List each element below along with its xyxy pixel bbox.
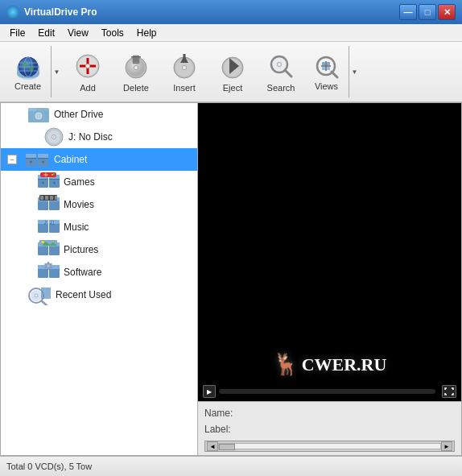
- svg-rect-30: [184, 54, 186, 59]
- tree-item-pictures[interactable]: Pictures: [1, 238, 197, 261]
- cabinet-expand[interactable]: −: [7, 155, 17, 164]
- maximize-button[interactable]: □: [419, 4, 436, 20]
- add-button[interactable]: Add: [64, 46, 111, 97]
- tree-label-j-no-disc: J: No Disc: [68, 131, 113, 143]
- create-main[interactable]: Create: [7, 46, 48, 97]
- svg-point-71: [42, 182, 44, 184]
- fullscreen-button[interactable]: [442, 385, 456, 398]
- svg-rect-122: [41, 288, 51, 291]
- name-label: Name:: [204, 408, 245, 419]
- svg-point-14: [86, 64, 89, 68]
- eject-icon: [218, 52, 247, 81]
- tree-item-cabinet[interactable]: − Cabinet: [1, 148, 197, 171]
- games-icon: [36, 172, 60, 192]
- pictures-icon: [36, 239, 60, 260]
- tree-item-movies[interactable]: Movies: [1, 193, 197, 216]
- info-panel: Name: Label: ◄ ►: [198, 401, 461, 455]
- info-scrollbar[interactable]: ◄ ►: [204, 441, 455, 452]
- menu-edit[interactable]: Edit: [31, 26, 61, 40]
- create-button[interactable]: Create ▼: [6, 46, 63, 97]
- tree-label-movies: Movies: [64, 199, 94, 210]
- svg-rect-48: [327, 67, 330, 70]
- svg-point-54: [38, 115, 39, 117]
- progress-bar[interactable]: [219, 389, 435, 394]
- svg-point-81: [53, 173, 55, 175]
- menu-file[interactable]: File: [3, 26, 31, 40]
- tree-item-recent-used[interactable]: Recent Used: [1, 284, 197, 306]
- add-label: Add: [80, 83, 96, 93]
- movies-icon: [36, 194, 60, 215]
- preview-watermark: 🦌 CWER.RU: [273, 352, 387, 377]
- tree-label-pictures: Pictures: [64, 244, 98, 255]
- views-button[interactable]: Views ▼: [306, 46, 361, 97]
- close-button[interactable]: ✕: [438, 4, 456, 20]
- svg-rect-65: [38, 154, 48, 158]
- create-dropdown-arrow[interactable]: ▼: [51, 46, 62, 97]
- svg-rect-79: [46, 173, 47, 177]
- tree-panel[interactable]: Other Drive J: No Disc −: [1, 103, 198, 455]
- svg-text:♫: ♫: [49, 217, 56, 226]
- play-button[interactable]: ▶: [203, 385, 216, 398]
- tree-label-other-drive: Other Drive: [54, 109, 103, 120]
- svg-point-111: [47, 268, 49, 270]
- views-main[interactable]: Views: [307, 46, 346, 97]
- svg-point-59: [53, 136, 55, 138]
- svg-line-120: [42, 301, 48, 306]
- main-content: Other Drive J: No Disc −: [0, 102, 462, 456]
- svg-point-28: [183, 66, 186, 69]
- tree-item-music[interactable]: ♪ ♫ Music: [1, 216, 197, 238]
- tree-item-games[interactable]: Games: [1, 171, 197, 193]
- svg-point-114: [44, 267, 46, 268]
- svg-point-67: [42, 161, 44, 163]
- tree-item-software[interactable]: Software: [1, 261, 197, 284]
- svg-rect-46: [327, 62, 330, 65]
- toolbar: Create ▼ Add: [0, 42, 462, 102]
- insert-button[interactable]: Insert: [161, 46, 208, 97]
- right-panel: 🦌 CWER.RU ▶ Name:: [198, 103, 461, 455]
- svg-rect-66: [38, 158, 48, 159]
- scroll-left-button[interactable]: ◄: [207, 441, 218, 451]
- menu-tools[interactable]: Tools: [95, 26, 130, 40]
- app-icon: [6, 6, 19, 19]
- eject-button[interactable]: Eject: [209, 46, 256, 97]
- svg-rect-47: [322, 67, 325, 70]
- delete-icon: [122, 52, 151, 81]
- insert-label: Insert: [173, 83, 196, 93]
- name-row: Name:: [204, 405, 455, 421]
- svg-point-109: [47, 264, 50, 267]
- insert-icon: [170, 52, 199, 81]
- menu-help[interactable]: Help: [130, 26, 163, 40]
- add-icon: [73, 52, 102, 81]
- tree-item-other-drive[interactable]: Other Drive: [1, 103, 197, 126]
- search-button[interactable]: Search: [258, 46, 304, 97]
- tree-label-games: Games: [64, 176, 95, 188]
- svg-rect-90: [55, 196, 57, 200]
- svg-line-40: [285, 70, 291, 77]
- svg-point-119: [35, 295, 38, 297]
- svg-rect-51: [28, 108, 36, 111]
- svg-point-80: [52, 174, 53, 176]
- preview-controls[interactable]: ▶: [198, 382, 461, 401]
- scroll-thumb[interactable]: [219, 444, 235, 450]
- menu-view[interactable]: View: [61, 26, 95, 40]
- svg-point-103: [42, 241, 44, 243]
- create-label: Create: [14, 81, 41, 91]
- tree-item-j-no-disc[interactable]: J: No Disc: [1, 126, 197, 148]
- delete-button[interactable]: Delete: [113, 46, 159, 97]
- svg-point-19: [134, 66, 138, 69]
- views-label: Views: [315, 81, 338, 91]
- folder-drive-icon: [27, 104, 51, 125]
- title-bar-controls: — □ ✕: [399, 4, 456, 20]
- delete-label: Delete: [123, 83, 149, 93]
- svg-point-7: [23, 62, 27, 67]
- menu-bar: File Edit View Tools Help: [0, 24, 462, 42]
- search-icon: [266, 52, 295, 81]
- scroll-track[interactable]: [218, 443, 441, 449]
- music-icon: ♪ ♫: [36, 217, 60, 238]
- scroll-right-button[interactable]: ►: [441, 441, 452, 451]
- svg-rect-45: [322, 62, 325, 65]
- preview-figure: 🦌: [273, 352, 299, 377]
- views-dropdown-arrow[interactable]: ▼: [349, 46, 360, 97]
- minimize-button[interactable]: —: [399, 4, 417, 20]
- status-bar: Total 0 VCD(s), 5 Tow: [0, 456, 462, 476]
